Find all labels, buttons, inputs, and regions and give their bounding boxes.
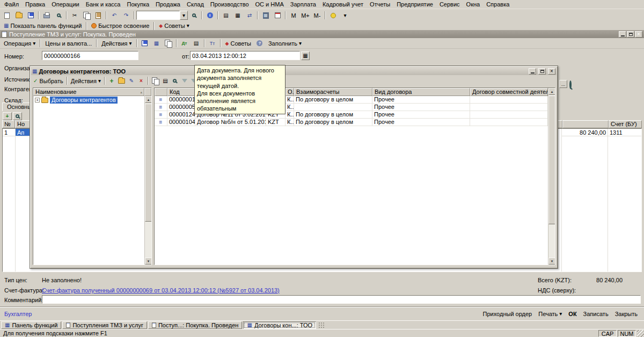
- contractor-select-button[interactable]: ...: [559, 80, 567, 88]
- write-button[interactable]: Записать: [580, 310, 612, 318]
- cell-kind[interactable]: Прочее: [372, 111, 470, 119]
- copy-button[interactable]: [81, 10, 92, 21]
- contractor-open-button[interactable]: [569, 82, 572, 88]
- cell-joint[interactable]: [470, 111, 548, 119]
- select-button[interactable]: ✓ Выбрать: [32, 76, 65, 86]
- scroll-down-button[interactable]: ▼: [145, 258, 152, 265]
- cell-code[interactable]: 000001047: [167, 119, 195, 126]
- add-group-button[interactable]: [116, 76, 127, 86]
- quick-start-button[interactable]: Быстрое освоение: [89, 22, 152, 30]
- add-item-button[interactable]: +: [107, 76, 116, 86]
- filter-button[interactable]: [180, 76, 189, 86]
- menu-enterprise[interactable]: Предприятие: [393, 1, 436, 8]
- cell-joint[interactable]: [470, 96, 548, 104]
- column-header-amount[interactable]: [562, 120, 609, 128]
- memory-plus-button[interactable]: M+: [300, 10, 311, 21]
- cell-code[interactable]: 000000011: [167, 96, 195, 104]
- redo-button[interactable]: ↷: [121, 10, 131, 21]
- add-row-button[interactable]: +: [3, 112, 12, 120]
- delete-item-button[interactable]: ×: [136, 76, 146, 86]
- table-row[interactable]: ≡ 000001047 Договор №б/н от 5.01.2013г. …: [155, 119, 548, 126]
- tree-scrollbar[interactable]: ▲ ▼: [144, 96, 151, 265]
- ok-button[interactable]: ОК: [565, 310, 580, 318]
- menu-purchase[interactable]: Покупка: [123, 1, 152, 8]
- cell-name[interactable]: Договор №б/н от 5.01.2013г.: [195, 119, 266, 126]
- postings-button[interactable]: Дт: [179, 38, 190, 49]
- prices-currency-button[interactable]: Цены и валюта...: [42, 39, 94, 48]
- print-document-button[interactable]: Печать ▾: [535, 310, 565, 318]
- menu-hr[interactable]: Кадровый учет: [319, 1, 367, 8]
- menu-service[interactable]: Сервис: [436, 1, 463, 8]
- row-search-button[interactable]: [13, 112, 22, 120]
- memory-button[interactable]: M: [288, 10, 299, 21]
- responsible-label[interactable]: Бухгалтер: [4, 311, 32, 317]
- scroll-thumb[interactable]: [548, 96, 555, 224]
- tree-item-root[interactable]: + Договоры контрагентов: [33, 96, 144, 104]
- cell-currency[interactable]: KZT: [266, 119, 286, 126]
- menu-production[interactable]: Производство: [207, 1, 252, 8]
- cell-code[interactable]: 000001241: [167, 111, 195, 119]
- cell-kind[interactable]: Прочее: [372, 119, 470, 126]
- paste-button[interactable]: [93, 10, 104, 21]
- column-header-account[interactable]: Счет (БУ): [609, 120, 642, 128]
- minimize-button[interactable]: [619, 31, 626, 38]
- save-button[interactable]: [25, 10, 36, 21]
- table-scrollbar[interactable]: ▲ ▼: [548, 88, 555, 265]
- account-cell[interactable]: 1311: [608, 129, 641, 136]
- resize-grip[interactable]: [637, 330, 644, 337]
- calculator-button[interactable]: ▦: [260, 10, 271, 21]
- taskbar-item-function-panel[interactable]: ▦ Панель функций: [1, 321, 61, 329]
- tips-button[interactable]: ◆ Советы ▾: [156, 22, 192, 30]
- menu-salary[interactable]: Зарплата: [287, 1, 319, 8]
- print-button[interactable]: [41, 10, 52, 21]
- menu-warehouse[interactable]: Склад: [184, 1, 207, 8]
- cell-settlements[interactable]: По договору в целом: [294, 119, 372, 126]
- exchange-button[interactable]: ⇄: [244, 10, 255, 21]
- info-button[interactable]: i: [204, 10, 215, 21]
- cell-joint[interactable]: [470, 104, 548, 111]
- combo-value[interactable]: [136, 11, 180, 20]
- scroll-up-button[interactable]: ▲: [548, 88, 555, 95]
- list-button[interactable]: ▤: [221, 10, 231, 21]
- row-number-cell[interactable]: 1: [3, 129, 15, 136]
- scroll-up-button[interactable]: ▲: [145, 96, 152, 103]
- document-tips-button[interactable]: ◆ Советы: [223, 39, 254, 48]
- list-settings-button[interactable]: ▤: [160, 76, 170, 86]
- taskbar-item-contracts[interactable]: ▦ Договоры кон...: ТОО: [243, 321, 316, 329]
- dialog-titlebar[interactable]: ▦ Договоры контрагентов: ТОО ×: [31, 67, 557, 75]
- cell-org[interactable]: К...: [286, 119, 294, 126]
- expand-icon[interactable]: +: [35, 98, 40, 102]
- column-header-code[interactable]: Код: [167, 88, 195, 96]
- dialog-minimize-button[interactable]: [529, 68, 536, 75]
- menu-fixed-assets[interactable]: ОС и НМА: [252, 1, 287, 8]
- show-function-panel-button[interactable]: ▦ Показать панель функций: [1, 22, 84, 30]
- column-header-kind[interactable]: Вид договора: [372, 88, 470, 96]
- save-document-button[interactable]: [140, 38, 150, 49]
- document-number-input[interactable]: [42, 51, 138, 60]
- template-button[interactable]: Тт: [207, 38, 218, 49]
- edit-item-button[interactable]: ✎: [127, 76, 136, 86]
- open-button[interactable]: [13, 10, 24, 21]
- table-button[interactable]: ▦: [232, 10, 243, 21]
- calendar-picker-button[interactable]: ▦: [301, 52, 310, 60]
- copy-item-button[interactable]: [150, 76, 160, 86]
- menu-reports[interactable]: Отчеты: [367, 1, 393, 8]
- cell-kind[interactable]: Прочее: [372, 104, 470, 111]
- cell-kind[interactable]: Прочее: [372, 96, 470, 104]
- fill-button[interactable]: Заполнить ▾: [266, 39, 304, 48]
- column-header-settlements[interactable]: Взаиморасчеты: [294, 88, 372, 96]
- new-document-button[interactable]: [2, 10, 12, 21]
- cell-settlements[interactable]: По договору в целом: [294, 111, 372, 119]
- column-header-org[interactable]: О...: [286, 88, 294, 96]
- service-dropdown-button[interactable]: ▾: [340, 10, 350, 21]
- menu-file[interactable]: Файл: [1, 1, 22, 8]
- cell-org[interactable]: К...: [286, 104, 294, 111]
- cell-org[interactable]: К...: [286, 111, 294, 119]
- document-date-input[interactable]: [190, 51, 300, 60]
- structure-button[interactable]: ▦: [151, 38, 162, 49]
- comment-input[interactable]: [42, 295, 641, 304]
- undo-button[interactable]: ↶: [109, 10, 120, 21]
- menu-sales[interactable]: Продажа: [152, 1, 184, 8]
- scroll-thumb[interactable]: [145, 104, 152, 222]
- invoice-link[interactable]: Счет-фактура полученный 00000000069 от 0…: [42, 287, 280, 294]
